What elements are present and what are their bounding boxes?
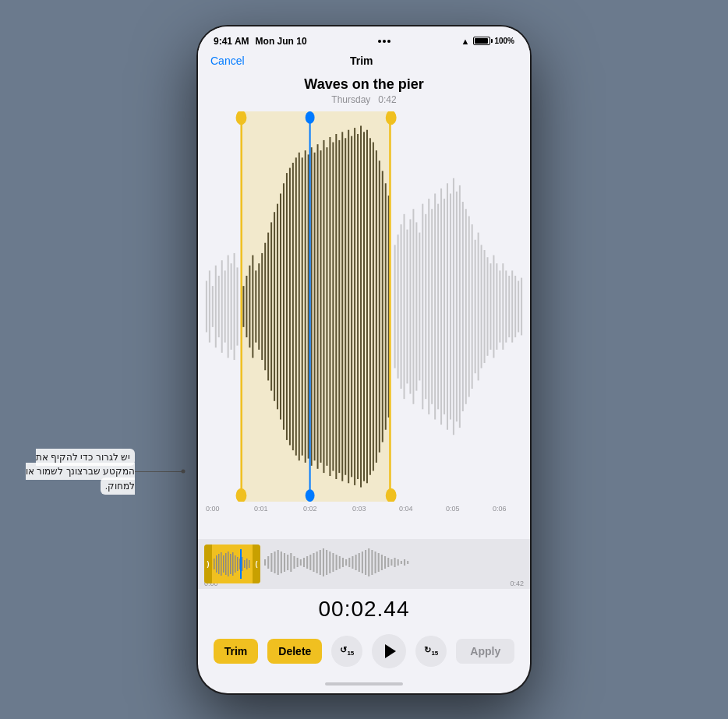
cancel-button[interactable]: Cancel (210, 55, 245, 67)
wifi-icon: ▲ (461, 37, 470, 46)
dot3 (387, 40, 391, 43)
svg-rect-156 (348, 558, 350, 567)
ipad-screen: 9:41 AM Mon Jun 10 ▲ 100% (198, 26, 530, 693)
svg-rect-153 (339, 556, 341, 569)
status-time: 9:41 AM (214, 36, 249, 47)
play-button[interactable] (372, 634, 406, 668)
svg-rect-148 (323, 548, 324, 576)
svg-rect-47 (496, 263, 497, 350)
recording-day: Thursday (331, 94, 370, 105)
svg-rect-31 (447, 183, 448, 429)
svg-rect-37 (465, 209, 467, 404)
svg-rect-29 (440, 188, 442, 424)
svg-rect-122 (232, 552, 234, 576)
recording-meta: Thursday 0:42 (198, 94, 530, 105)
tick-1: 0:01 (254, 505, 268, 513)
svg-rect-35 (459, 185, 461, 427)
svg-rect-17 (404, 213, 405, 398)
svg-rect-123 (235, 555, 236, 573)
svg-rect-32 (450, 193, 451, 419)
mini-waveform-area[interactable]: ) (198, 539, 530, 589)
svg-rect-145 (313, 553, 314, 572)
svg-rect-40 (475, 239, 476, 372)
svg-rect-120 (228, 552, 229, 576)
battery-tip (491, 39, 493, 43)
svg-rect-53 (514, 275, 516, 337)
main-waveform: 0:00 0:01 0:02 0:03 0:04 0:05 0:06 (198, 111, 530, 520)
svg-rect-41 (478, 232, 479, 380)
delete-button[interactable]: Delete (267, 639, 322, 664)
svg-rect-21 (415, 222, 417, 390)
three-dots (378, 40, 391, 43)
svg-rect-144 (309, 555, 311, 570)
nav-title: Trim (350, 55, 373, 67)
svg-rect-46 (493, 255, 494, 358)
tick-6: 0:06 (493, 505, 507, 513)
svg-rect-30 (444, 199, 445, 414)
svg-rect-5 (212, 286, 214, 327)
svg-rect-165 (378, 553, 380, 572)
svg-rect-119 (225, 553, 227, 575)
svg-rect-164 (375, 552, 376, 573)
svg-rect-143 (306, 556, 308, 569)
svg-rect-45 (489, 263, 491, 350)
svg-rect-171 (398, 559, 399, 566)
status-bar: 9:41 AM Mon Jun 10 ▲ 100% (198, 26, 530, 51)
svg-rect-105 (240, 111, 242, 502)
svg-rect-128 (246, 559, 248, 569)
svg-rect-25 (428, 199, 429, 414)
svg-rect-14 (394, 245, 396, 368)
skip-back-button[interactable]: ↺15 (331, 636, 362, 667)
mini-selection[interactable]: ) (204, 545, 260, 583)
battery-pct: 100% (494, 37, 514, 45)
annotation-callout: יש לגרור כדי להקיף את המקטע שברצונך לשמו… (14, 449, 135, 493)
svg-rect-151 (332, 553, 334, 572)
svg-rect-54 (518, 280, 519, 332)
recording-title-area: Waves on the pier Thursday 0:42 (198, 73, 530, 111)
svg-rect-121 (230, 554, 231, 574)
svg-rect-28 (437, 203, 439, 409)
waveform-svg (198, 111, 530, 502)
svg-rect-20 (412, 209, 414, 404)
time-axis: 0:00 0:01 0:02 0:03 0:04 0:05 0:06 (198, 502, 530, 520)
apply-button[interactable]: Apply (456, 639, 514, 664)
mini-left-handle[interactable]: ) (204, 545, 212, 583)
svg-rect-18 (406, 229, 408, 383)
svg-rect-130 (264, 559, 266, 566)
battery-icon (473, 37, 490, 45)
dot1 (378, 40, 381, 43)
svg-rect-22 (419, 232, 420, 380)
tick-2: 0:02 (303, 505, 317, 513)
svg-rect-49 (502, 263, 504, 350)
svg-rect-129 (249, 560, 250, 568)
svg-rect-104 (240, 111, 391, 502)
svg-rect-115 (216, 555, 217, 573)
play-icon (385, 644, 396, 658)
timestamp-value: 00:02.44 (319, 597, 410, 621)
waveform-area: 0:00 0:01 0:02 0:03 0:04 0:05 0:06 (198, 111, 530, 539)
svg-rect-48 (499, 270, 500, 342)
svg-rect-173 (404, 559, 405, 566)
svg-rect-39 (472, 224, 473, 389)
svg-rect-16 (401, 224, 402, 389)
annotation-line (135, 471, 182, 472)
status-date: Mon Jun 10 (256, 36, 307, 47)
svg-rect-36 (462, 202, 464, 411)
svg-rect-169 (391, 559, 392, 566)
svg-rect-8 (221, 260, 223, 353)
skip-forward-button[interactable]: ↻15 (415, 636, 447, 667)
svg-rect-52 (511, 270, 513, 342)
trim-button[interactable]: Trim (214, 639, 259, 664)
tick-5: 0:05 (446, 505, 460, 513)
svg-rect-155 (345, 559, 347, 566)
svg-rect-139 (293, 556, 295, 569)
svg-rect-106 (389, 111, 391, 502)
svg-rect-26 (431, 209, 433, 404)
annotation-dot (182, 469, 186, 473)
mini-end-time: 0:42 (510, 580, 524, 587)
mini-right-handle[interactable]: ( (253, 545, 260, 583)
svg-rect-12 (234, 252, 235, 359)
svg-rect-135 (281, 552, 282, 573)
svg-rect-174 (407, 561, 408, 564)
svg-rect-158 (355, 555, 357, 570)
